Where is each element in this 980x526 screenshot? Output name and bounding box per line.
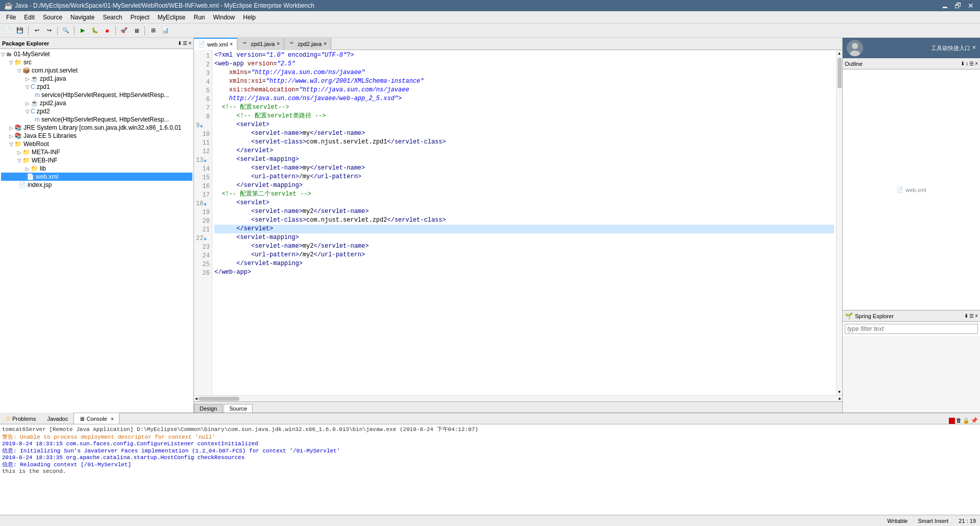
tree-item-project[interactable]: ▽ 🖿 01-MyServlet xyxy=(1,50,192,58)
outline-toolbar-close[interactable]: × xyxy=(972,44,976,52)
toolbar-view[interactable]: 📊 xyxy=(160,25,171,36)
status-bar: Writable Smart Insert 21 : 19 xyxy=(0,515,980,526)
tab-design[interactable]: Design xyxy=(194,404,223,413)
tree-item-zpd1[interactable]: ▷ ☕ zpd1.java xyxy=(1,75,192,83)
se-close-btn[interactable]: × xyxy=(975,313,978,319)
webroot-icon: 📁 xyxy=(14,140,22,148)
outline-menu-btn[interactable]: ☰ xyxy=(969,61,974,66)
scroll-thumb-h[interactable] xyxy=(199,397,239,401)
toolbar-redo[interactable]: ↪ xyxy=(43,25,55,36)
tree-item-metainf[interactable]: ▷ 📁 META-INF xyxy=(1,148,192,156)
zpd2-service-icon: m xyxy=(35,116,40,123)
tree-item-zpd2-service[interactable]: m service(HttpServletRequest, HttpServle… xyxy=(1,115,192,124)
toolbar-new[interactable]: 📄 xyxy=(2,25,13,36)
editor-scrollbar-vertical[interactable]: ▲ ▼ xyxy=(836,50,842,395)
scroll-left-arrow[interactable]: ◀ xyxy=(194,396,199,401)
menu-help[interactable]: Help xyxy=(239,13,260,22)
line-number-container: 1 2 3 4 5 6 7 8 9◉ 10 11 12 13◉ 14 15 16 xyxy=(196,51,210,278)
tree-expand-src: ▽ xyxy=(9,60,13,65)
toolbar-save[interactable]: 💾 xyxy=(14,25,26,36)
tree-item-indexjsp[interactable]: 📄 index.jsp xyxy=(1,181,192,189)
tree-item-webxml[interactable]: 📄 web.xml xyxy=(1,173,192,181)
scroll-up-arrow[interactable]: ▲ xyxy=(837,50,842,57)
tree-item-jee[interactable]: ▷ 📚 Java EE 5 Libraries xyxy=(1,132,192,140)
se-menu-btn[interactable]: ☰ xyxy=(969,313,974,319)
toolbar-undo[interactable]: ↩ xyxy=(31,25,42,36)
tab-zpd2[interactable]: ☕ zpd2.java × xyxy=(284,38,331,50)
tree-item-zpd1-class[interactable]: ▽ C zpd1 xyxy=(1,83,192,91)
jee-icon: 📚 xyxy=(14,132,22,139)
code-line-26: </web-app> xyxy=(214,268,834,277)
menu-file[interactable]: File xyxy=(2,13,20,22)
app-icon: ☕ xyxy=(4,2,13,10)
btab-problems[interactable]: ⚠ Problems xyxy=(0,413,41,424)
editor-scrollbar-horizontal[interactable]: ◀ ▶ xyxy=(194,395,842,401)
btab-javadoc[interactable]: Javadoc xyxy=(41,413,74,424)
tree-item-zpd2[interactable]: ▷ ☕ zpd2.java xyxy=(1,99,192,107)
console-clear-btn[interactable]: 🗑 xyxy=(956,417,962,424)
zpd1-service-label: service(HttpServletRequest, HttpServletR… xyxy=(41,91,169,99)
menu-search[interactable]: Search xyxy=(99,13,126,22)
toolbar: 📄 💾 ↩ ↪ 🔍 ▶ 🐛 ■ 🚀 🖥 ⊞ 📊 xyxy=(0,23,980,38)
tree-item-jre[interactable]: ▷ 📚 JRE System Library [com.sun.java.jdk… xyxy=(1,124,192,132)
pe-menu-btn[interactable]: ☰ xyxy=(183,40,187,46)
console-content[interactable]: tomcat6Server [Remote Java Application] … xyxy=(0,424,980,515)
pe-collapse-btn[interactable]: ⬇ xyxy=(178,40,182,46)
tree-item-zpd2-class[interactable]: ▽ C zpd2 xyxy=(1,107,192,115)
console-terminate-btn[interactable] xyxy=(949,418,955,424)
tab-source[interactable]: Source xyxy=(224,404,253,413)
toolbar-run[interactable]: ▶ xyxy=(77,25,88,36)
tab-zpd2-close[interactable]: × xyxy=(324,41,327,46)
menu-project[interactable]: Project xyxy=(126,13,153,22)
scroll-down-arrow[interactable]: ▼ xyxy=(837,389,842,395)
tab-zpd2-icon: ☕ xyxy=(288,40,296,47)
tree-item-zpd1-service[interactable]: m service(HttpServletRequest, HttpServle… xyxy=(1,91,192,99)
outline-close-btn[interactable]: × xyxy=(975,61,978,66)
tab-zpd1[interactable]: ☕ zpd1.java × xyxy=(237,38,284,50)
outline-title: Outline xyxy=(845,61,863,67)
menu-source[interactable]: Source xyxy=(39,13,66,22)
tree-item-src[interactable]: ▽ 📁 src xyxy=(1,58,192,66)
minimize-button[interactable]: 🗕 xyxy=(939,2,950,10)
toolbar-search[interactable]: 🔍 xyxy=(60,25,71,36)
restore-button[interactable]: 🗗 xyxy=(952,2,964,10)
tree-item-package[interactable]: ▽ 📦 com.njust.servlet xyxy=(1,66,192,75)
outline-collapse-btn[interactable]: ⬇ xyxy=(961,61,965,66)
spring-filter-input[interactable] xyxy=(845,324,978,334)
webxml-label: web.xml xyxy=(36,173,58,180)
menu-myeclipse[interactable]: MyEclipse xyxy=(154,13,190,22)
se-collapse-btn[interactable]: ⬇ xyxy=(964,313,968,319)
toolbar-deploy[interactable]: 🚀 xyxy=(118,25,130,36)
close-button[interactable]: ✕ xyxy=(966,2,976,10)
tab-webxml[interactable]: 📄 web.xml × xyxy=(194,38,237,50)
toolbar-stop[interactable]: ■ xyxy=(102,25,113,36)
menu-navigate[interactable]: Navigate xyxy=(66,13,99,22)
tree-expand-zpd1-class: ▽ xyxy=(26,84,30,90)
tab-zpd1-close[interactable]: × xyxy=(277,41,280,46)
spring-explorer-panel: 🌱 Spring Explorer ⬇ ☰ × xyxy=(843,310,980,413)
scroll-thumb[interactable] xyxy=(838,58,842,88)
toolbar-debug[interactable]: 🐛 xyxy=(89,25,101,36)
console-pin-btn[interactable]: 📌 xyxy=(971,417,978,424)
pe-close-btn[interactable]: × xyxy=(188,40,191,46)
tree-item-webroot[interactable]: ▽ 📁 WebRoot xyxy=(1,140,192,148)
toolbar-separator-5 xyxy=(144,26,145,35)
menu-edit[interactable]: Edit xyxy=(20,13,39,22)
code-line-22: <servlet-mapping> xyxy=(214,233,834,242)
tree-item-lib[interactable]: ▷ 📁 lib xyxy=(1,164,192,173)
menu-run[interactable]: Run xyxy=(190,13,209,22)
outline-sync-btn[interactable]: ↕ xyxy=(966,61,968,66)
btab-console[interactable]: 🖥 Console × xyxy=(74,413,119,424)
metainf-icon: 📁 xyxy=(22,149,30,156)
menu-window[interactable]: Window xyxy=(209,13,239,22)
toolbar-perspective[interactable]: ⊞ xyxy=(148,25,159,36)
toolbar-server[interactable]: 🖥 xyxy=(131,25,142,36)
tab-webxml-close[interactable]: × xyxy=(230,41,233,47)
outline-webxml-item[interactable]: 📄 web.xml xyxy=(896,186,926,193)
code-line-5: xsi:schemaLocation="http://java.sun.com/… xyxy=(214,86,834,94)
console-scroll-lock-btn[interactable]: 🔒 xyxy=(963,417,970,424)
scroll-right-arrow[interactable]: ▶ xyxy=(838,396,842,401)
console-close[interactable]: × xyxy=(111,416,114,422)
tree-item-webinf[interactable]: ▽ 📁 WEB-INF xyxy=(1,156,192,164)
code-content[interactable]: <?xml version="1.0" encoding="UTF-8"?> <… xyxy=(212,50,836,395)
